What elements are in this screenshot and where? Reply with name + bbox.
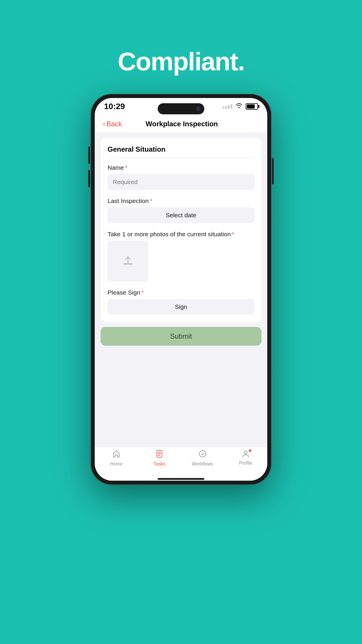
photo-label: Take 1 or more photos of the current sit… [108,231,254,238]
workflows-icon [198,449,207,460]
phone-device: 10:29 [91,94,271,485]
name-label: Name * [108,164,254,171]
content-area[interactable]: General Situation Name * Last Inspection [95,133,267,446]
phone-shell: 10:29 [91,94,271,485]
svg-point-2 [199,451,206,457]
last-inspection-required-star: * [150,197,152,204]
submit-button[interactable]: Submit [101,327,261,346]
tab-tasks[interactable]: Tasks [138,449,181,467]
name-field-group: Name * [108,164,254,190]
volume-up-button [88,146,90,164]
sign-label: Please Sign * [108,289,254,296]
dynamic-island [158,103,204,114]
photo-required-star: * [232,231,234,238]
tab-workflows-label: Workflows [192,461,213,467]
svg-rect-0 [123,263,133,265]
status-time: 10:29 [104,102,125,111]
tab-profile-label: Profile [239,461,252,466]
status-icons [223,103,258,110]
back-label[interactable]: Back [106,120,122,128]
photo-field-group: Take 1 or more photos of the current sit… [108,231,254,281]
tab-bar: Home Tasks [95,446,267,478]
battery-icon [246,103,258,110]
upload-icon [122,255,134,267]
profile-notification-dot [248,449,252,452]
sign-required-star: * [141,289,144,296]
tab-home[interactable]: Home [95,449,138,467]
back-chevron-icon: ‹ [103,120,105,128]
nav-bar: ‹ Back Workplace Inspection [95,115,267,133]
date-select-button[interactable]: Select date [108,207,254,223]
island-camera [196,107,200,111]
sign-field-group: Please Sign * Sign [108,289,254,315]
section-title: General Situation [108,145,254,158]
back-button[interactable]: ‹ Back [103,120,122,128]
home-bar [158,478,204,480]
sign-button[interactable]: Sign [108,299,254,315]
home-indicator [95,478,267,481]
volume-down-button [88,170,90,187]
name-input[interactable] [108,174,254,190]
tab-workflows[interactable]: Workflows [181,449,224,467]
tab-home-label: Home [110,461,123,467]
last-inspection-label: Last Inspection * [108,197,254,204]
name-required-star: * [125,164,127,171]
signal-icon [223,104,232,109]
svg-point-3 [244,451,247,454]
page-title: Workplace Inspection [122,120,242,128]
tasks-icon [155,449,164,460]
power-button [272,158,274,184]
tab-profile[interactable]: Profile [224,449,267,466]
last-inspection-field-group: Last Inspection * Select date [108,197,254,223]
form-card: General Situation Name * Last Inspection [101,138,261,322]
wifi-icon [235,103,243,110]
phone-screen: 10:29 [95,98,267,481]
tab-tasks-label: Tasks [154,461,166,467]
photo-upload-button[interactable] [108,241,148,281]
home-icon [112,449,121,460]
profile-icon-wrapper [241,449,250,459]
hero-title: Compliant. [118,47,245,76]
